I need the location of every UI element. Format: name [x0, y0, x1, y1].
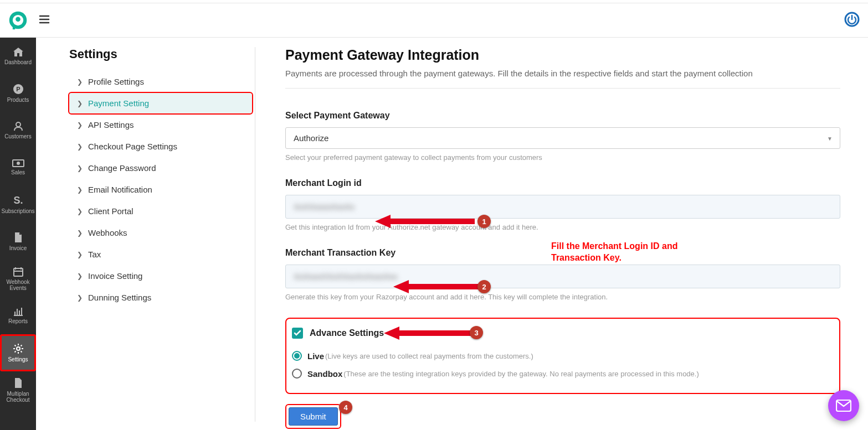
chart-icon [13, 307, 23, 316]
sidebar-label: Multiplan Checkout [0, 391, 36, 403]
sidebar-label: Customers [4, 133, 31, 139]
sidebar-item-webhook-events[interactable]: Webhook Events [0, 260, 36, 297]
subnav-api[interactable]: ❯API Settings [69, 115, 252, 135]
hamburger-icon[interactable] [39, 14, 50, 27]
advance-settings-group: Advance Settings Live (Live keys are use… [285, 318, 840, 394]
subnav-checkout-page[interactable]: ❯ Checkout Page Settings [69, 136, 252, 157]
money-icon [12, 159, 24, 167]
radio-live-label: Live [307, 351, 324, 361]
merchant-tkey-input[interactable]: XxXxxxXXxXXxxXxXxxxXxx [285, 265, 840, 288]
radio-sandbox[interactable]: Sandbox (These are the testing integrati… [292, 369, 834, 379]
left-sidebar: Dashboard P Products Customers Sales S. … [0, 38, 36, 430]
annotation-num-3: 3 [470, 326, 483, 339]
sidebar-item-customers[interactable]: Customers [0, 112, 36, 149]
advance-settings-label: Advance Settings [310, 328, 384, 338]
chevron-right-icon: ❯ [77, 272, 83, 280]
vertical-divider [255, 47, 255, 422]
power-icon[interactable] [844, 12, 860, 29]
gateway-select[interactable]: Authorize ▼ [285, 127, 840, 149]
topbar [0, 3, 868, 38]
subnav-payment[interactable]: ❯Payment Setting [69, 93, 252, 113]
brand-logo [8, 11, 28, 30]
chevron-right-icon: ❯ [77, 251, 83, 258]
submit-wrap: Submit [285, 404, 341, 429]
gateway-select-helper: Select your preferred payment gateway to… [285, 153, 840, 162]
settings-subnav: Settings ❯Profile Settings ❯Payment Sett… [69, 47, 252, 309]
sidebar-item-products[interactable]: P Products [0, 75, 36, 112]
subnav-webhooks[interactable]: ❯Webhooks [69, 222, 252, 243]
svg-point-3 [16, 17, 20, 22]
merchant-tkey-helper: Generate this key from your Razorpay acc… [285, 293, 840, 301]
chevron-right-icon: ❯ [77, 229, 83, 237]
svg-text:P: P [16, 86, 20, 92]
sidebar-item-settings[interactable]: Settings [0, 334, 36, 371]
gateway-select-value: Authorize [285, 127, 840, 149]
merchant-login-label: Merchant Login id [285, 178, 840, 188]
file-icon [14, 377, 23, 388]
main-content: Payment Gateway Integration Payments are… [285, 47, 840, 430]
page-subtitle: Payments are processed through the payme… [285, 69, 840, 78]
sidebar-label: Webhook Events [0, 279, 36, 291]
chevron-right-icon: ❯ [77, 294, 83, 302]
subnav-dunning[interactable]: ❯Dunning Settings [69, 287, 252, 308]
file-icon [14, 232, 23, 243]
sidebar-label: Sales [11, 169, 25, 175]
chevron-right-icon: ❯ [77, 143, 83, 151]
merchant-login-input[interactable]: XxXXxxxxXxxXx [285, 195, 840, 219]
divider [285, 88, 840, 89]
merchant-login-helper: Get this integration Id from your Author… [285, 223, 840, 231]
annotation-num-2: 2 [477, 280, 491, 293]
subscription-icon: S. [13, 195, 24, 206]
subnav-change-password[interactable]: ❯Change Password [69, 158, 252, 178]
chevron-right-icon: ❯ [77, 208, 83, 215]
subnav-email-notification[interactable]: ❯Email Notification [69, 179, 252, 200]
annotation-num-4: 4 [339, 401, 352, 414]
sidebar-item-dashboard[interactable]: Dashboard [0, 38, 36, 75]
home-icon [13, 47, 24, 57]
sidebar-item-subscriptions[interactable]: S. Subscriptions [0, 186, 36, 223]
gear-icon [13, 343, 24, 354]
chevron-right-icon: ❯ [77, 100, 83, 107]
chevron-right-icon: ❯ [77, 121, 83, 129]
sidebar-label: Invoice [9, 245, 27, 251]
subnav-client-portal[interactable]: ❯Client Portal [69, 201, 252, 221]
advance-settings-checkbox[interactable]: Advance Settings [292, 328, 834, 339]
subnav-profile[interactable]: ❯Profile Settings [69, 71, 252, 92]
radio-live-desc: (Live keys are used to collect real paym… [325, 352, 533, 360]
svg-point-9 [17, 162, 20, 165]
annotation-num-1: 1 [477, 215, 491, 228]
svg-text:S.: S. [13, 195, 23, 206]
calendar-icon [13, 267, 24, 277]
submit-button[interactable]: Submit [289, 407, 338, 426]
sidebar-label: Subscriptions [1, 208, 34, 214]
chat-fab[interactable] [828, 390, 859, 421]
sidebar-item-multiplan[interactable]: Multiplan Checkout [0, 371, 36, 408]
subnav-invoice-setting[interactable]: ❯Invoice Setting [69, 266, 252, 286]
radio-live[interactable]: Live (Live keys are used to collect real… [292, 351, 834, 361]
svg-point-12 [17, 347, 20, 350]
user-icon [13, 121, 23, 131]
subnav-heading: Settings [69, 47, 252, 61]
checkbox-checked-icon [292, 328, 303, 339]
sidebar-item-sales[interactable]: Sales [0, 149, 36, 186]
mail-icon [836, 400, 851, 412]
svg-rect-2 [13, 25, 15, 29]
sidebar-item-invoice[interactable]: Invoice [0, 223, 36, 260]
svg-point-7 [16, 122, 20, 127]
radio-sandbox-label: Sandbox [307, 369, 342, 379]
radio-unselected-icon [292, 369, 302, 379]
radio-selected-icon [292, 351, 302, 361]
sidebar-item-reports[interactable]: Reports [0, 297, 36, 334]
page-title: Payment Gateway Integration [285, 47, 840, 63]
sidebar-label: Settings [8, 356, 28, 362]
sidebar-label: Products [7, 97, 29, 103]
chevron-right-icon: ❯ [77, 78, 83, 86]
chevron-right-icon: ❯ [77, 186, 83, 194]
svg-rect-11 [14, 268, 23, 276]
subnav-tax[interactable]: ❯Tax [69, 244, 252, 265]
annotation-text: Fill the Merchant Login ID and Transacti… [551, 241, 701, 264]
sidebar-label: Dashboard [4, 59, 32, 65]
select-gateway-label: Select Payment Gateway [285, 111, 840, 121]
radio-sandbox-desc: (These are the testing integration keys … [343, 370, 698, 378]
product-icon: P [13, 84, 24, 95]
